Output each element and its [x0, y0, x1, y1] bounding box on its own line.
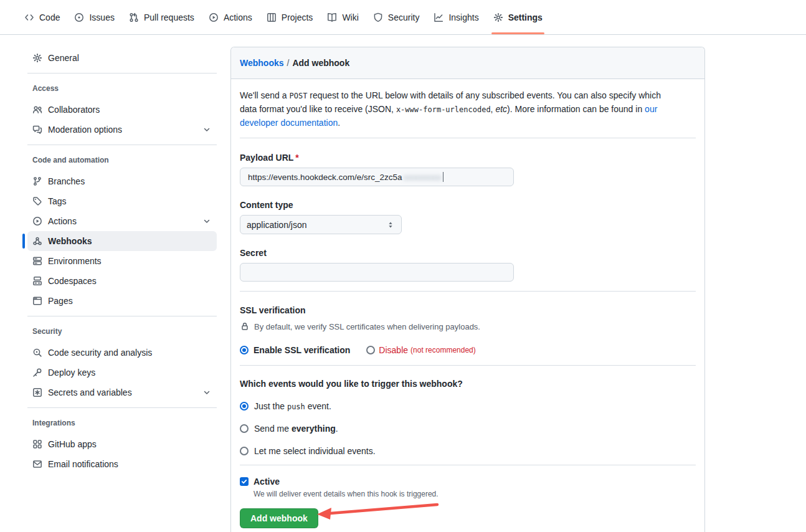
active-checkbox[interactable]	[240, 477, 249, 486]
tab-security[interactable]: Security	[367, 0, 425, 34]
tab-label: Projects	[282, 12, 313, 22]
option-text: Just the	[254, 401, 287, 411]
radio-enable-ssl[interactable]	[240, 346, 249, 354]
ssl-verification-heading: SSL verification	[240, 304, 696, 316]
event-option-everything[interactable]: Send me everything.	[240, 422, 696, 435]
sidebar-item-label: Moderation options	[48, 125, 122, 135]
tab-label: Security	[388, 12, 420, 22]
repo-tab-bar: Code Issues Pull requests Actions Projec…	[0, 0, 806, 35]
tab-label: Insights	[448, 12, 478, 22]
sidebar-item-moderation-options[interactable]: Moderation options	[27, 120, 217, 140]
sidebar-item-label: Branches	[48, 176, 85, 186]
sidebar-item-tags[interactable]: Tags	[27, 191, 217, 211]
sidebar-item-label: GitHub apps	[48, 439, 97, 449]
gear-icon	[32, 53, 42, 63]
sidebar-item-label: Deploy keys	[48, 368, 95, 378]
everything-bold: everything	[292, 424, 336, 434]
tab-label: Actions	[224, 12, 252, 22]
webhook-icon	[32, 236, 42, 246]
tab-issues[interactable]: Issues	[69, 0, 120, 34]
tab-actions[interactable]: Actions	[203, 0, 258, 34]
sidebar-item-pages[interactable]: Pages	[27, 291, 217, 311]
tab-wiki[interactable]: Wiki	[321, 0, 364, 34]
tab-pull-requests[interactable]: Pull requests	[123, 0, 200, 34]
secret-input[interactable]	[240, 263, 514, 282]
sidebar-item-github-apps[interactable]: GitHub apps	[27, 434, 217, 454]
section-divider	[240, 138, 696, 138]
sidebar-item-branches[interactable]: Branches	[27, 171, 217, 191]
codespaces-icon	[32, 276, 42, 286]
sidebar-item-codespaces[interactable]: Codespaces	[27, 271, 217, 291]
radio-just-push[interactable]	[240, 402, 249, 411]
events-question: Which events would you like to trigger t…	[240, 378, 696, 390]
payload-url-value: https://events.hookdeck.com/e/src_2zc5a	[248, 173, 402, 182]
asterisk-box-icon	[32, 387, 42, 397]
disable-ssl-label: Disable	[379, 345, 408, 355]
tab-code[interactable]: Code	[19, 0, 65, 34]
sidebar-section-title-security: Security	[32, 326, 212, 336]
section-divider	[240, 291, 696, 292]
sidebar-item-label: Collaborators	[48, 105, 100, 115]
etc-italic: etc	[495, 104, 507, 114]
option-text: Send me	[254, 424, 292, 434]
shield-icon	[373, 12, 383, 22]
git-pull-request-icon	[129, 12, 139, 22]
add-webhook-button[interactable]: Add webhook	[240, 508, 318, 528]
enable-ssl-option[interactable]: Enable SSL verification	[240, 345, 350, 355]
tab-projects[interactable]: Projects	[261, 0, 319, 34]
sidebar-item-environments[interactable]: Environments	[27, 251, 217, 271]
sidebar-section-title-access: Access	[32, 83, 212, 93]
sidebar-item-webhooks[interactable]: Webhooks	[27, 231, 217, 251]
active-option[interactable]: Active	[240, 475, 696, 488]
breadcrumb-separator: /	[284, 58, 293, 68]
gear-icon	[493, 12, 503, 22]
content-type-select[interactable]: application/json	[240, 215, 402, 234]
sidebar-item-label: Environments	[48, 256, 102, 266]
breadcrumb-webhooks-link[interactable]: Webhooks	[240, 58, 284, 68]
browser-icon	[32, 296, 42, 306]
add-webhook-panel: Webhooks/Add webhook We'll send a POST r…	[230, 47, 705, 532]
intro-text: .	[338, 118, 340, 128]
apps-grid-icon	[32, 439, 42, 449]
label-text: Payload URL	[240, 153, 293, 163]
disable-ssl-option[interactable]: Disable(not recommended)	[366, 345, 475, 355]
intro-text: ). More information can be found in	[507, 104, 645, 114]
event-option-individual[interactable]: Let me select individual events.	[240, 445, 696, 457]
option-text: .	[336, 424, 338, 434]
book-icon	[327, 12, 337, 22]
breadcrumb-current: Add webhook	[292, 58, 349, 68]
sidebar-divider	[27, 407, 217, 408]
radio-individual[interactable]	[240, 447, 249, 455]
radio-everything[interactable]	[240, 424, 249, 433]
sidebar-item-label: Codespaces	[48, 276, 97, 286]
tab-settings[interactable]: Settings	[488, 0, 548, 34]
sidebar-item-collaborators[interactable]: Collaborators	[27, 100, 217, 120]
lock-icon	[240, 321, 250, 331]
sidebar-item-secrets-variables[interactable]: Secrets and variables	[27, 382, 217, 402]
ssl-note: By default, we verify SSL certificates w…	[240, 321, 696, 331]
key-icon	[32, 368, 42, 378]
event-option-just-push[interactable]: Just the push event.	[240, 400, 696, 412]
sidebar-item-code-security[interactable]: Code security and analysis	[27, 343, 217, 363]
content-type-label: Content type	[240, 199, 696, 211]
check-icon	[241, 478, 247, 485]
sidebar-item-label: Pages	[48, 296, 73, 306]
git-branch-icon	[32, 176, 42, 186]
chevron-down-icon	[202, 387, 212, 397]
sidebar-item-deploy-keys[interactable]: Deploy keys	[27, 363, 217, 382]
sidebar-item-email-notifications[interactable]: Email notifications	[27, 454, 217, 474]
payload-url-input[interactable]: https://events.hookdeck.com/e/src_2zc5ax…	[240, 168, 514, 186]
breadcrumb: Webhooks/Add webhook	[231, 47, 704, 79]
server-icon	[32, 256, 42, 266]
enable-ssl-label: Enable SSL verification	[254, 345, 350, 355]
tab-insights[interactable]: Insights	[428, 0, 484, 34]
play-circle-icon	[209, 12, 219, 22]
section-divider	[240, 465, 696, 465]
code-icon	[24, 12, 34, 22]
sidebar-item-general[interactable]: General	[27, 48, 217, 68]
sidebar-item-actions[interactable]: Actions	[27, 211, 217, 231]
radio-disable-ssl[interactable]	[366, 346, 375, 354]
project-table-icon	[267, 12, 277, 22]
play-circle-icon	[32, 216, 42, 226]
text-caret	[443, 172, 443, 182]
